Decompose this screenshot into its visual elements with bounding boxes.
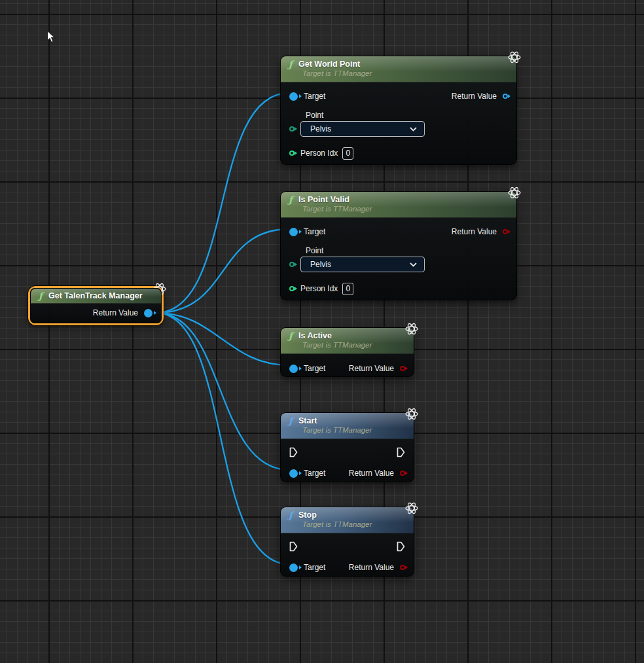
pin-label: Target <box>304 469 325 478</box>
chevron-down-icon <box>410 262 417 267</box>
node-header[interactable]: ƒ Get World Point Target is TTManager <box>281 56 516 82</box>
atom-icon <box>404 502 419 517</box>
pin-label: Return Value <box>349 364 394 373</box>
blueprint-graph-canvas[interactable]: ƒ Get World Point Target is TTManager Ta… <box>0 0 644 663</box>
node-title: Get TalenTrack Manager <box>48 291 143 300</box>
pin-label: Person Idx <box>300 149 338 158</box>
point-dropdown[interactable]: Pelvis <box>300 257 425 272</box>
pin-label: Return Value <box>452 227 497 236</box>
exec-output-pin[interactable] <box>397 541 405 552</box>
exec-input-pin[interactable] <box>289 447 298 457</box>
person-idx-input-pin[interactable] <box>289 151 295 156</box>
pin-label: Target <box>304 92 325 101</box>
point-dropdown[interactable]: Pelvis <box>300 121 425 137</box>
pin-label: Point <box>306 246 516 255</box>
atom-icon <box>507 187 522 202</box>
target-input-pin[interactable] <box>289 469 298 478</box>
node-stop[interactable]: ƒ Stop Target is TTManager Target Return… <box>280 507 414 577</box>
pin-label: Return Value <box>349 469 394 478</box>
atom-icon <box>404 408 419 423</box>
point-input-pin[interactable] <box>289 126 295 132</box>
node-title: Get World Point <box>298 60 360 69</box>
pin-label: Point <box>306 111 516 120</box>
atom-icon <box>507 51 522 66</box>
return-value-output-pin[interactable] <box>503 94 508 99</box>
pin-label: Person Idx <box>300 284 338 293</box>
node-header[interactable]: ƒ Is Active Target is TTManager <box>281 328 414 354</box>
person-idx-input-pin[interactable] <box>289 286 295 291</box>
chevron-down-icon <box>410 127 417 132</box>
atom-icon <box>404 323 419 338</box>
node-title: Is Active <box>298 331 332 340</box>
exec-output-pin[interactable] <box>397 447 405 457</box>
node-subtitle: Target is TTManager <box>302 340 407 349</box>
node-header[interactable]: ƒ Stop Target is TTManager <box>281 507 414 533</box>
node-is-point-valid[interactable]: ƒ Is Point Valid Target is TTManager Tar… <box>280 191 517 300</box>
function-icon: ƒ <box>39 292 43 300</box>
target-input-pin[interactable] <box>289 564 298 572</box>
function-icon: ƒ <box>289 332 293 340</box>
pin-label: Target <box>304 227 325 236</box>
target-input-pin[interactable] <box>289 228 298 236</box>
pin-label: Return Value <box>349 563 394 572</box>
person-idx-field[interactable]: 0 <box>342 147 353 160</box>
selection-outline: ƒ Get TalenTrack Manager Return Value <box>28 286 164 325</box>
node-is-active[interactable]: ƒ Is Active Target is TTManager Target R… <box>280 327 414 377</box>
mouse-cursor-icon <box>46 30 56 46</box>
node-title: Start <box>298 416 317 425</box>
function-icon: ƒ <box>289 417 293 425</box>
node-subtitle: Target is TTManager <box>302 204 510 213</box>
pin-label: Return Value <box>452 92 497 101</box>
dropdown-value: Pelvis <box>310 260 331 269</box>
node-get-talentrack-manager[interactable]: ƒ Get TalenTrack Manager Return Value <box>30 288 162 323</box>
wire-to-is-point-valid[interactable] <box>156 229 289 313</box>
pin-label: Return Value <box>93 308 138 317</box>
person-idx-field[interactable]: 0 <box>342 283 353 295</box>
function-icon: ƒ <box>289 196 293 204</box>
node-subtitle: Target is TTManager <box>302 425 407 435</box>
function-icon: ƒ <box>289 511 293 520</box>
return-value-output-pin[interactable] <box>144 309 152 317</box>
exec-input-pin[interactable] <box>289 541 298 552</box>
pin-label: Target <box>304 364 325 373</box>
return-value-output-pin[interactable] <box>400 366 405 371</box>
point-input-pin[interactable] <box>289 262 295 267</box>
node-header[interactable]: ƒ Start Target is TTManager <box>281 413 414 439</box>
pin-label: Target <box>304 563 325 572</box>
node-header[interactable]: ƒ Get TalenTrack Manager <box>31 289 161 304</box>
target-input-pin[interactable] <box>289 365 298 373</box>
dropdown-value: Pelvis <box>310 124 331 134</box>
return-value-output-pin[interactable] <box>400 565 405 570</box>
target-input-pin[interactable] <box>289 92 298 101</box>
node-header[interactable]: ƒ Is Point Valid Target is TTManager <box>281 192 516 218</box>
node-subtitle: Target is TTManager <box>302 69 510 78</box>
wire-to-stop[interactable] <box>156 313 289 564</box>
function-icon: ƒ <box>289 60 293 69</box>
node-get-world-point[interactable]: ƒ Get World Point Target is TTManager Ta… <box>280 56 517 165</box>
wire-to-get-world-point[interactable] <box>156 93 289 313</box>
node-start[interactable]: ƒ Start Target is TTManager Target Retur… <box>280 412 414 482</box>
node-title: Stop <box>298 511 317 520</box>
node-subtitle: Target is TTManager <box>302 520 407 529</box>
return-value-output-pin[interactable] <box>503 229 508 234</box>
return-value-output-pin[interactable] <box>400 471 405 476</box>
node-title: Is Point Valid <box>298 195 349 204</box>
